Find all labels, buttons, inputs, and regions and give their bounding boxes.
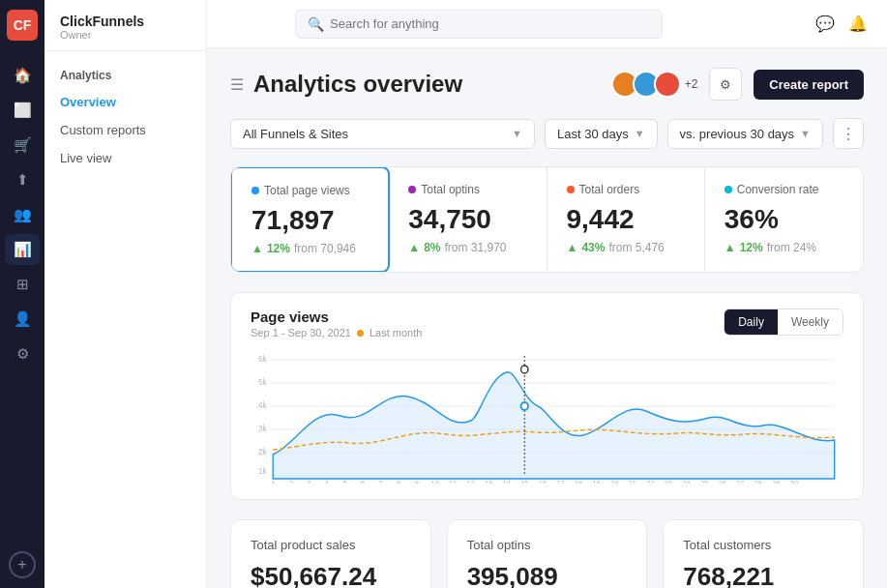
bottom-cards: Total product sales $50,667.24 ▲ 12% fro… <box>230 519 864 588</box>
nav-icon-cart[interactable]: 🛒 <box>5 130 40 161</box>
nav-icon-settings[interactable]: ⚙ <box>5 338 40 369</box>
nav-panel: ClickFunnels Owner Analytics Overview Cu… <box>44 0 207 588</box>
svg-text:4: 4 <box>325 479 330 484</box>
svg-text:4k: 4k <box>258 400 267 410</box>
content-area: 🔍 💬 🔔 ☰ Analytics overview +2 ⚙ <box>207 0 887 588</box>
nav-icon-contacts[interactable]: 👥 <box>5 199 40 230</box>
page-header-left: ☰ Analytics overview <box>230 71 462 98</box>
stat-value-pageviews: 71,897 <box>251 205 369 236</box>
nav-icon-analytics[interactable]: 📊 <box>5 234 40 265</box>
stat-change-optins: ▲ 8% from 31,970 <box>408 241 526 254</box>
svg-text:6k: 6k <box>258 354 267 364</box>
nav-icon-apps[interactable]: ⊞ <box>5 269 40 300</box>
filter-more-button[interactable]: ⋮ <box>833 118 864 149</box>
toggle-weekly-button[interactable]: Weekly <box>778 309 843 335</box>
avatar-group: +2 <box>611 71 698 98</box>
svg-text:11: 11 <box>449 479 457 484</box>
toggle-daily-button[interactable]: Daily <box>724 309 778 335</box>
svg-text:24: 24 <box>682 479 691 484</box>
svg-text:16: 16 <box>539 479 547 484</box>
hamburger-icon[interactable]: ☰ <box>230 75 244 94</box>
svg-text:6: 6 <box>361 479 365 484</box>
stat-label-conversion: Conversion rate <box>724 183 843 196</box>
sales-value: $50,667.24 <box>251 562 411 588</box>
svg-text:19: 19 <box>592 479 600 484</box>
nav-icon-pages[interactable]: ⬜ <box>5 95 40 126</box>
avatar-count: +2 <box>685 77 698 91</box>
compare-filter[interactable]: vs. previous 30 days ▼ <box>667 119 823 149</box>
nav-icon-home[interactable]: 🏠 <box>5 60 40 91</box>
stat-value-conversion: 36% <box>724 204 843 235</box>
chart-svg: 6k 5k 4k 3k 2k 1k <box>251 348 843 484</box>
chart-header: Page views Sep 1 - Sep 30, 2021 Last mon… <box>251 309 843 338</box>
message-icon[interactable]: 💬 <box>815 15 835 33</box>
period-filter[interactable]: Last 30 days ▼ <box>545 119 658 149</box>
bottom-card-sales: Total product sales $50,667.24 ▲ 12% fro… <box>230 519 431 588</box>
svg-text:3k: 3k <box>258 424 267 433</box>
logo: CF <box>7 10 38 41</box>
chart-subtitle: Sep 1 - Sep 30, 2021 Last month <box>251 327 422 338</box>
bottom-card-customers: Total customers 768,221 ▲ 32% from $22,3… <box>663 519 864 588</box>
up-arrow-pageviews: ▲ <box>251 242 263 255</box>
brand-sub: Owner <box>60 29 191 41</box>
chart-header-left: Page views Sep 1 - Sep 30, 2021 Last mon… <box>251 309 422 338</box>
filter-row: All Funnels & Sites ▼ Last 30 days ▼ vs.… <box>230 118 864 149</box>
svg-text:17: 17 <box>556 479 564 484</box>
funnel-filter[interactable]: All Funnels & Sites ▼ <box>230 119 535 149</box>
svg-point-13 <box>521 366 528 373</box>
stat-label-pageviews: Total page views <box>251 184 369 197</box>
nav-item-overview[interactable]: Overview <box>44 88 206 116</box>
stats-row: Total page views 71,897 ▲ 12% from 70,94… <box>230 166 864 273</box>
stat-dot-pageviews <box>251 187 259 194</box>
bell-icon[interactable]: 🔔 <box>848 15 868 33</box>
nav-item-custom-reports[interactable]: Custom reports <box>44 116 206 144</box>
icon-sidebar: CF 🏠 ⬜ 🛒 ⬆ 👥 📊 ⊞ 👤 ⚙ + <box>0 0 44 588</box>
create-report-button[interactable]: Create report <box>754 70 864 100</box>
stat-dot-optins <box>408 186 416 193</box>
svg-text:29: 29 <box>772 479 780 484</box>
bottom-card-optins: Total optins 395,089 ▲ 28% from 284,465 <box>447 519 648 588</box>
up-arrow-optins: ▲ <box>408 241 420 254</box>
svg-text:1: 1 <box>271 479 275 484</box>
page-content: ☰ Analytics overview +2 ⚙ Create report … <box>207 48 887 588</box>
svg-text:22: 22 <box>646 479 654 484</box>
svg-text:20: 20 <box>610 479 618 484</box>
svg-text:10: 10 <box>430 479 438 484</box>
chart-title: Page views <box>251 309 422 325</box>
svg-text:13: 13 <box>485 479 492 484</box>
search-icon: 🔍 <box>308 16 324 32</box>
chart-legend-dot <box>357 330 364 337</box>
svg-text:25: 25 <box>700 479 708 484</box>
top-bar: 🔍 💬 🔔 <box>207 0 887 48</box>
stat-change-pageviews: ▲ 12% from 70,946 <box>251 242 369 255</box>
stat-card-conversion: Conversion rate 36% ▲ 12% from 24% <box>705 167 863 272</box>
nav-icon-people[interactable]: 👤 <box>5 304 40 335</box>
stat-change-orders: ▲ 43% from 5,476 <box>567 241 685 254</box>
settings-button[interactable]: ⚙ <box>709 68 742 101</box>
stat-value-optins: 34,750 <box>408 204 526 235</box>
funnel-arrow-icon: ▼ <box>512 128 522 139</box>
up-arrow-orders: ▲ <box>567 241 578 254</box>
svg-text:8: 8 <box>397 479 400 484</box>
compare-label: vs. previous 30 days <box>680 127 795 141</box>
stat-card-orders: Total orders 9,442 ▲ 43% from 5,476 <box>547 167 705 272</box>
nav-section-title: Analytics <box>44 51 206 88</box>
nav-icon-upload[interactable]: ⬆ <box>5 164 40 195</box>
svg-text:26: 26 <box>718 479 725 484</box>
svg-text:5k: 5k <box>258 377 267 387</box>
stat-change-conversion: ▲ 12% from 24% <box>724 241 843 254</box>
chart-container: 6k 5k 4k 3k 2k 1k <box>251 348 843 484</box>
optins-title: Total optins <box>467 538 628 552</box>
customers-title: Total customers <box>683 538 843 552</box>
nav-item-live-view[interactable]: Live view <box>44 144 206 172</box>
svg-text:2: 2 <box>289 479 293 484</box>
svg-text:12: 12 <box>466 479 474 484</box>
add-button[interactable]: + <box>9 551 36 578</box>
svg-text:14: 14 <box>503 479 512 484</box>
search-bar[interactable]: 🔍 <box>295 10 663 39</box>
search-input[interactable] <box>330 16 650 31</box>
chart-toggle: Daily Weekly <box>724 309 843 336</box>
stat-dot-orders <box>567 186 575 193</box>
optins-value: 395,089 <box>467 562 628 588</box>
customers-value: 768,221 <box>683 562 843 588</box>
